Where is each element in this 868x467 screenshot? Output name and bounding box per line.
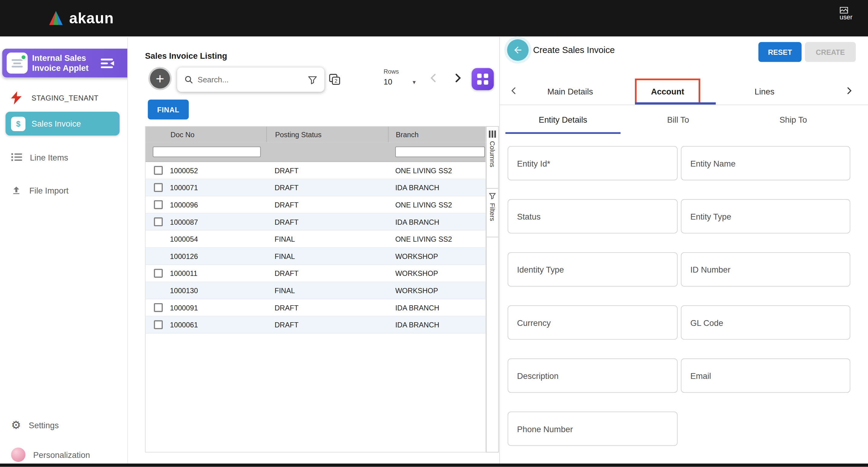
tab-lines[interactable]: Lines xyxy=(742,77,786,105)
sidebar-item-label: Sales Invoice xyxy=(32,119,81,128)
row-checkbox[interactable] xyxy=(154,200,163,209)
currency-field[interactable]: Currency xyxy=(508,305,678,339)
invoice-doc-icon: $ xyxy=(11,116,26,131)
tab-main-details[interactable]: Main Details xyxy=(542,77,598,105)
status-field[interactable]: Status xyxy=(508,199,678,234)
add-invoice-button[interactable]: + xyxy=(149,67,172,90)
sidebar-item-label: Personalization xyxy=(33,450,90,460)
brand-text: akaun xyxy=(69,10,114,27)
search-input[interactable] xyxy=(197,75,303,84)
sidebar-item-line-items[interactable]: Line Items xyxy=(0,148,127,166)
sidebar-item-file-import[interactable]: File Import xyxy=(0,181,127,199)
svg-text:2: 2 xyxy=(335,78,338,84)
search-icon xyxy=(184,75,193,84)
grid-view-button[interactable] xyxy=(472,68,494,90)
filters-tool[interactable]: Filters xyxy=(487,189,498,237)
gl-code-field[interactable]: GL Code xyxy=(681,305,850,339)
avatar xyxy=(11,447,26,462)
row-checkbox[interactable] xyxy=(154,321,163,329)
row-checkbox[interactable] xyxy=(154,269,163,278)
phone-number-field[interactable]: Phone Number xyxy=(508,411,678,446)
row-checkbox[interactable] xyxy=(154,218,163,226)
table-row[interactable]: 1000130 FINAL WORKSHOP xyxy=(146,282,485,300)
back-button[interactable] xyxy=(507,39,529,61)
filter-funnel-icon xyxy=(489,193,496,200)
id-number-field[interactable]: ID Number xyxy=(681,252,850,287)
active-subtab-indicator xyxy=(505,132,621,134)
field-label: Phone Number xyxy=(517,424,573,433)
table-row[interactable]: 1000091 DRAFT IDA BRANCH xyxy=(146,299,485,316)
table-row[interactable]: 1000126 FINAL WORKSHOP xyxy=(146,248,485,265)
table-row[interactable]: 1000011 DRAFT WORKSHOP xyxy=(146,265,485,282)
field-label: Status xyxy=(517,212,541,221)
duplicate-icon-button[interactable]: 2 xyxy=(328,73,341,88)
column-header-branch[interactable]: Branch xyxy=(388,127,485,142)
entity-id-field[interactable]: Entity Id* xyxy=(508,146,678,180)
branch-filter-input[interactable] xyxy=(395,146,485,157)
table-row[interactable]: 1000061 DRAFT IDA BRANCH xyxy=(146,316,485,334)
table-row[interactable]: 1000087 DRAFT IDA BRANCH xyxy=(146,213,485,231)
gear-icon: ⚙ xyxy=(11,420,21,431)
entity-type-field[interactable]: Entity Type xyxy=(681,199,850,234)
create-button[interactable]: CREATE xyxy=(805,42,856,62)
description-field[interactable]: Description xyxy=(508,359,678,393)
page-next-button[interactable] xyxy=(452,72,464,86)
main-tabbar: Main Details Account Lines xyxy=(500,77,868,105)
topbar: akaun user xyxy=(0,0,868,37)
user-avatar-broken-image[interactable]: user xyxy=(839,7,852,21)
doc-no-filter-input[interactable] xyxy=(153,146,261,157)
sidebar-item-settings[interactable]: ⚙ Settings xyxy=(0,416,127,434)
identity-type-field[interactable]: Identity Type xyxy=(508,252,678,287)
brand-logo[interactable]: akaun xyxy=(46,10,114,27)
table-row[interactable]: 1000054 FINAL ONE LIVING SS2 xyxy=(146,231,485,248)
table-row[interactable]: 1000096 DRAFT ONE LIVING SS2 xyxy=(146,196,485,213)
page-prev-button[interactable] xyxy=(427,72,439,86)
tab-account[interactable]: Account xyxy=(640,77,695,105)
sidebar-item-personalization[interactable]: Personalization xyxy=(0,446,127,463)
upload-icon xyxy=(11,185,22,196)
sidebar-item-label: File Import xyxy=(29,186,68,195)
columns-tool[interactable]: Columns xyxy=(487,127,498,189)
column-header-posting-status[interactable]: Posting Status xyxy=(267,127,388,142)
branch-cell: IDA BRANCH xyxy=(388,303,485,312)
sub-tabbar: Entity Details Bill To Ship To xyxy=(500,105,868,134)
chevron-right-icon xyxy=(452,72,464,84)
invoice-applet-icon xyxy=(7,53,28,74)
table-row[interactable]: 1000052 DRAFT ONE LIVING SS2 xyxy=(146,162,485,179)
rows-per-page-select[interactable]: Rows 10 ▾ xyxy=(384,68,424,86)
columns-tool-label: Columns xyxy=(489,141,496,167)
field-label: Entity Id* xyxy=(517,158,550,168)
reset-button[interactable]: RESET xyxy=(758,42,801,62)
collapse-menu-icon[interactable] xyxy=(101,58,115,68)
doc-no-cell: 1000061 xyxy=(170,321,198,329)
listing-panel: Sales Invoice Listing + 2 Rows 10 ▾ xyxy=(128,37,500,464)
active-tab-indicator xyxy=(635,102,716,104)
entity-name-field[interactable]: Entity Name xyxy=(681,146,850,180)
final-filter-button[interactable]: FINAL xyxy=(148,100,189,120)
doc-no-cell: 1000011 xyxy=(170,269,197,277)
row-checkbox[interactable] xyxy=(154,166,163,175)
doc-no-cell: 1000052 xyxy=(170,166,198,174)
rows-per-page-value: 10 xyxy=(384,77,392,86)
doc-no-cell: 1000130 xyxy=(170,286,198,294)
posting-status-cell: DRAFT xyxy=(267,183,388,191)
column-header-doc-no[interactable]: Doc No xyxy=(146,127,266,142)
doc-no-cell: 1000087 xyxy=(170,218,198,226)
tabs-scroll-right-button[interactable] xyxy=(844,86,854,98)
row-checkbox[interactable] xyxy=(154,303,163,312)
search-filter-icon[interactable] xyxy=(308,75,317,84)
posting-status-cell: FINAL xyxy=(267,286,388,294)
row-checkbox[interactable] xyxy=(154,183,163,192)
posting-status-cell: DRAFT xyxy=(267,321,388,329)
branch-cell: ONE LIVING SS2 xyxy=(388,235,485,243)
subtab-bill-to[interactable]: Bill To xyxy=(621,105,736,134)
subtab-ship-to[interactable]: Ship To xyxy=(736,105,851,134)
email-field[interactable]: Email xyxy=(681,359,850,393)
field-label: GL Code xyxy=(690,318,723,327)
sidebar-item-sales-invoice[interactable]: $ Sales Invoice xyxy=(5,112,119,136)
tabs-scroll-left-button[interactable] xyxy=(509,86,519,98)
tenant-selector[interactable]: STAGING_TENANT xyxy=(0,88,127,108)
subtab-entity-details[interactable]: Entity Details xyxy=(505,105,621,134)
table-row[interactable]: 1000071 DRAFT IDA BRANCH xyxy=(146,179,485,197)
chevron-down-icon: ▾ xyxy=(413,78,416,86)
